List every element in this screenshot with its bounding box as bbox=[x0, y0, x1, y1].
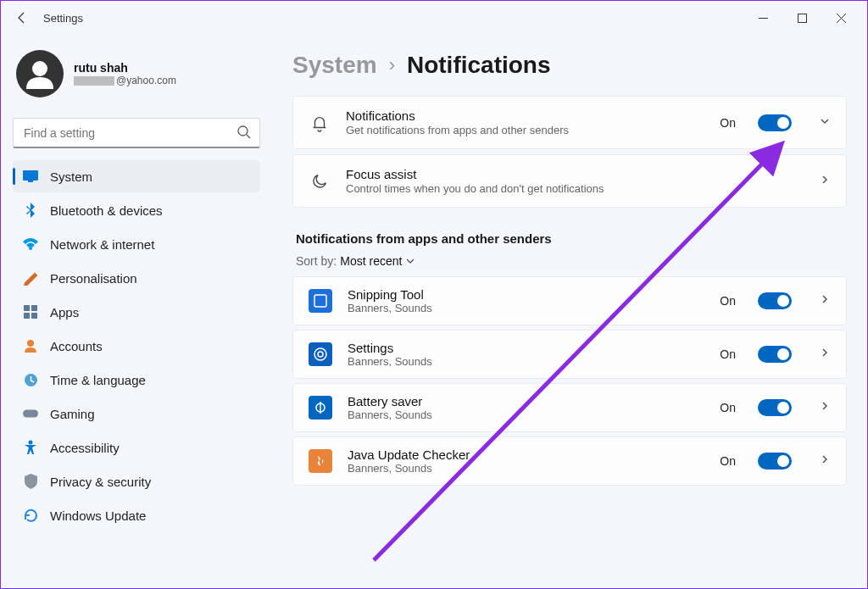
chevron-right-icon[interactable] bbox=[819, 347, 831, 362]
nav-item-gaming[interactable]: Gaming bbox=[13, 397, 260, 430]
chevron-down-icon[interactable] bbox=[819, 115, 831, 131]
nav-label: Personalisation bbox=[50, 271, 137, 286]
app-subtitle: Banners, Sounds bbox=[348, 462, 704, 475]
app-row[interactable]: Battery saverBanners, SoundsOn bbox=[292, 383, 847, 432]
app-title: Settings bbox=[43, 12, 83, 25]
breadcrumb-current: Notifications bbox=[407, 52, 551, 79]
nav-label: Privacy & security bbox=[50, 475, 151, 489]
app-toggle[interactable] bbox=[758, 453, 792, 470]
chevron-right-icon: › bbox=[389, 54, 395, 76]
nav-item-apps[interactable]: Apps bbox=[13, 296, 260, 328]
card-subtitle: Get notifications from apps and other se… bbox=[346, 124, 704, 136]
app-name: Battery saver bbox=[348, 394, 704, 408]
svg-line-6 bbox=[247, 135, 250, 138]
nav-icon bbox=[23, 508, 38, 523]
nav-icon bbox=[23, 203, 38, 218]
toggle-state: On bbox=[720, 116, 736, 130]
nav-icon bbox=[23, 474, 38, 489]
notifications-card[interactable]: Notifications Get notifications from app… bbox=[292, 96, 847, 149]
search-input[interactable] bbox=[13, 118, 260, 148]
svg-point-14 bbox=[27, 340, 34, 347]
svg-rect-13 bbox=[31, 313, 37, 319]
maximize-button[interactable] bbox=[782, 3, 821, 32]
svg-point-5 bbox=[238, 126, 248, 136]
nav-icon bbox=[23, 270, 38, 286]
nav-item-accounts[interactable]: Accounts bbox=[13, 330, 260, 362]
nav-label: Accounts bbox=[50, 339, 103, 353]
app-row[interactable]: SettingsBanners, SoundsOn bbox=[292, 330, 847, 379]
user-profile[interactable]: rutu shah @yahoo.com bbox=[13, 45, 260, 111]
app-subtitle: Banners, Sounds bbox=[348, 408, 704, 421]
profile-email: @yahoo.com bbox=[74, 75, 176, 86]
svg-point-17 bbox=[29, 441, 33, 445]
nav-label: Gaming bbox=[50, 407, 95, 421]
nav-icon bbox=[23, 440, 38, 455]
toggle-state: On bbox=[720, 401, 736, 414]
chevron-right-icon[interactable] bbox=[819, 400, 831, 415]
avatar bbox=[16, 50, 64, 97]
app-icon bbox=[309, 289, 332, 313]
toggle-state: On bbox=[720, 347, 736, 361]
app-toggle[interactable] bbox=[758, 292, 792, 309]
nav-label: Time & language bbox=[50, 373, 146, 387]
section-header: Notifications from apps and other sender… bbox=[296, 231, 847, 246]
card-title: Notifications bbox=[346, 108, 704, 123]
svg-rect-8 bbox=[28, 181, 33, 182]
nav-label: Accessibility bbox=[50, 441, 120, 455]
svg-rect-7 bbox=[23, 170, 38, 181]
back-button[interactable] bbox=[8, 3, 36, 32]
app-icon bbox=[309, 449, 332, 473]
nav-item-personalisation[interactable]: Personalisation bbox=[13, 262, 260, 294]
nav-icon bbox=[23, 406, 38, 421]
app-name: Java Update Checker bbox=[348, 447, 704, 462]
nav-label: Apps bbox=[50, 305, 79, 320]
app-row[interactable]: Java Update CheckerBanners, SoundsOn bbox=[292, 436, 847, 486]
app-toggle[interactable] bbox=[758, 346, 792, 363]
nav-item-accessibility[interactable]: Accessibility bbox=[13, 431, 260, 464]
toggle-state: On bbox=[720, 454, 736, 468]
search-container bbox=[13, 118, 260, 148]
nav-icon bbox=[23, 169, 38, 184]
focus-assist-card[interactable]: Focus assist Control times when you do a… bbox=[292, 154, 847, 208]
nav-label: System bbox=[50, 169, 92, 184]
nav-icon bbox=[23, 372, 38, 387]
svg-point-9 bbox=[29, 247, 32, 250]
sidebar: rutu shah @yahoo.com SystemBluetooth & d… bbox=[1, 35, 272, 588]
profile-name: rutu shah bbox=[74, 61, 176, 75]
bell-icon bbox=[309, 112, 331, 134]
nav-item-privacy-security[interactable]: Privacy & security bbox=[13, 465, 260, 497]
chevron-right-icon[interactable] bbox=[819, 453, 831, 469]
nav-item-time-language[interactable]: Time & language bbox=[13, 364, 260, 396]
app-toggle[interactable] bbox=[758, 399, 792, 416]
minimize-button[interactable] bbox=[743, 3, 782, 32]
nav-item-windows-update[interactable]: Windows Update bbox=[13, 499, 260, 531]
chevron-down-icon bbox=[405, 256, 415, 266]
moon-icon bbox=[309, 170, 331, 192]
sort-dropdown[interactable]: Sort by: Most recent bbox=[296, 254, 847, 268]
search-icon bbox=[236, 125, 252, 143]
nav-item-bluetooth-devices[interactable]: Bluetooth & devices bbox=[13, 194, 260, 226]
main-content: System › Notifications Notifications Get… bbox=[272, 35, 867, 588]
nav-icon bbox=[23, 338, 38, 353]
svg-rect-18 bbox=[314, 295, 326, 307]
toggle-state: On bbox=[720, 294, 736, 308]
nav-label: Windows Update bbox=[50, 508, 146, 523]
svg-point-20 bbox=[314, 348, 326, 360]
app-row[interactable]: Snipping ToolBanners, SoundsOn bbox=[292, 276, 847, 325]
chevron-right-icon[interactable] bbox=[819, 293, 831, 308]
nav-item-system[interactable]: System bbox=[13, 160, 260, 192]
app-subtitle: Banners, Sounds bbox=[348, 355, 704, 368]
app-name: Snipping Tool bbox=[348, 287, 704, 302]
nav-label: Network & internet bbox=[50, 237, 154, 252]
notifications-toggle[interactable] bbox=[758, 114, 792, 131]
svg-rect-16 bbox=[23, 410, 38, 418]
nav-label: Bluetooth & devices bbox=[50, 203, 163, 218]
breadcrumb-parent[interactable]: System bbox=[292, 52, 377, 79]
app-name: Settings bbox=[348, 341, 704, 355]
close-button[interactable] bbox=[821, 3, 860, 32]
card-title: Focus assist bbox=[346, 167, 792, 181]
chevron-right-icon[interactable] bbox=[819, 174, 831, 189]
nav-item-network-internet[interactable]: Network & internet bbox=[13, 228, 260, 260]
app-icon bbox=[309, 396, 332, 420]
nav-icon bbox=[23, 304, 38, 320]
